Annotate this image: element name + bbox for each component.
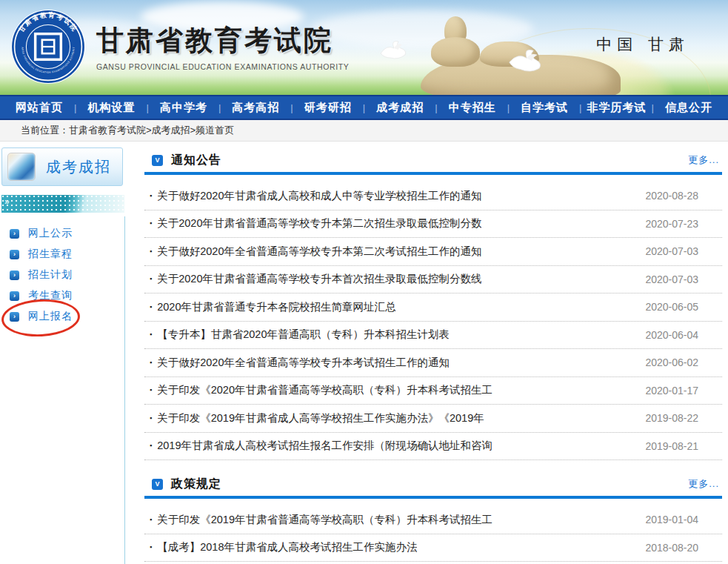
sidebar: 成考成招 » › 网上公示 › 招生章程 › 招生计划 › 考生查询 › 网上报… bbox=[0, 142, 136, 327]
bullet-icon: ▪ bbox=[150, 220, 152, 227]
nav-item[interactable]: 成考成招 bbox=[365, 101, 435, 115]
site-banner: 甘肃省教育考试院 GANSU PROVINCIAL EDUCATION EXAM… bbox=[0, 0, 728, 95]
news-date: 2018-08-20 bbox=[645, 542, 722, 554]
bullet-icon: ▪ bbox=[150, 276, 152, 282]
nav-item[interactable]: 信息公开 bbox=[654, 101, 724, 115]
sidebar-item-label[interactable]: 招生章程 bbox=[28, 248, 73, 261]
page: 甘肃省教育考试院 GANSU PROVINCIAL EDUCATION EXAM… bbox=[0, 0, 728, 564]
nav-item[interactable]: 高中学考 bbox=[149, 101, 218, 115]
sidebar-item[interactable]: › 网上公示 bbox=[1, 223, 136, 244]
news-row: ▪ 2019年甘肃省成人高校考试招生报名工作安排（附现场确认地址和咨询 2019… bbox=[144, 433, 722, 461]
news-row: ▪ 关于做好2020年甘肃省成人高校和成人中等专业学校招生工作的通知 2020-… bbox=[144, 182, 722, 210]
site-title: 甘肃省教育考试院 bbox=[96, 22, 349, 59]
news-link[interactable]: 2020年甘肃省普通专升本各院校招生简章网址汇总 bbox=[157, 300, 395, 314]
site-subtitle: GANSU PROVINCIAL EDUCATION EXAMINATIONS … bbox=[96, 62, 349, 71]
sidebar-header: 成考成招 bbox=[1, 147, 123, 186]
section-policies: V 政策规定 更多... ▪ 关于印发《2019年甘肃省普通高等学校高职（专科）… bbox=[144, 472, 722, 562]
news-date: 2020-06-02 bbox=[645, 356, 722, 368]
news-date: 2020-06-05 bbox=[645, 301, 722, 313]
news-link[interactable]: 关于做好2020年甘肃省成人高校和成人中等专业学校招生工作的通知 bbox=[157, 189, 481, 203]
news-row: ▪ 关于印发《2019年甘肃省成人高等学校招生工作实施办法》《2019年 201… bbox=[144, 405, 722, 433]
news-link[interactable]: 关于做好2020年全省普通高等学校专升本考试招生工作的通知 bbox=[157, 356, 450, 370]
arrow-icon: › bbox=[10, 250, 19, 259]
news-link[interactable]: 2019年甘肃省成人高校考试招生报名工作安排（附现场确认地址和咨询 bbox=[157, 439, 492, 453]
sidebar-title: 成考成招 bbox=[46, 157, 111, 177]
news-row: ▪ 关于做好2020年全省普通高等学校专升本考试招生工作的通知 2020-06-… bbox=[144, 349, 722, 377]
nav-item[interactable]: 网站首页 bbox=[4, 101, 74, 115]
nav-item[interactable]: 机构设置 bbox=[76, 101, 146, 115]
news-row: ▪ 关于2020年甘肃省普通高等学校专升本首次招生录取最低控制分数线 2020-… bbox=[144, 266, 722, 294]
section-marker-icon: V bbox=[152, 155, 163, 166]
nav-item[interactable]: 非学历考试 bbox=[582, 101, 652, 115]
news-date: 2020-01-17 bbox=[645, 385, 722, 397]
news-link[interactable]: 关于2020年甘肃省普通高等学校专升本首次招生录取最低控制分数线 bbox=[157, 272, 481, 286]
nav-item[interactable]: 自学考试 bbox=[510, 101, 579, 115]
sidebar-item[interactable]: › 考生查询 bbox=[1, 285, 136, 306]
dove-icon bbox=[376, 39, 409, 64]
news-link[interactable]: 关于2020年甘肃省普通高等学校专升本第二次招生录取最低控制分数 bbox=[157, 216, 481, 230]
bullet-icon: ▪ bbox=[150, 387, 152, 394]
sidebar-item[interactable]: › 网上报名 bbox=[1, 306, 136, 327]
section-header: V 政策规定 更多... bbox=[144, 472, 722, 496]
news-row: ▪ 关于印发《2019年甘肃省普通高等学校高职（专科）升本科考试招生工 2019… bbox=[144, 506, 722, 534]
news-row: ▪ 关于做好2020年全省普通高等学校专升本第二次考试招生工作的通知 2020-… bbox=[144, 238, 722, 266]
sidebar-item[interactable]: › 招生计划 bbox=[1, 265, 136, 285]
breadcrumb-path[interactable]: 甘肃省教育考试院>成考成招>频道首页 bbox=[69, 125, 234, 136]
sidebar-decoration-bar: » bbox=[1, 195, 124, 213]
sidebar-item-label[interactable]: 网上报名 bbox=[28, 310, 73, 323]
sidebar-item[interactable]: › 招生章程 bbox=[1, 244, 136, 265]
news-link[interactable]: 关于印发《2020年甘肃省普通高等学校高职（专科）升本科考试招生工 bbox=[157, 383, 492, 397]
nav-item[interactable]: 高考高招 bbox=[221, 101, 290, 115]
bullet-icon: ▪ bbox=[150, 331, 152, 338]
main-content: V 通知公告 更多... ▪ 关于做好2020年甘肃省成人高校和成人中等专业学校… bbox=[136, 142, 728, 562]
sidebar-item-label[interactable]: 考生查询 bbox=[28, 289, 73, 302]
bullet-icon: ▪ bbox=[150, 517, 152, 523]
chevrons-icon: » bbox=[4, 196, 10, 207]
sidebar-menu: › 网上公示 › 招生章程 › 招生计划 › 考生查询 › 网上报名 bbox=[1, 223, 136, 327]
region-label: 中国 甘肃 bbox=[596, 34, 689, 55]
arrow-icon: › bbox=[10, 291, 19, 301]
section-underline bbox=[144, 172, 722, 175]
news-link[interactable]: 【成考】2018年甘肃省成人高校考试招生工作实施办法 bbox=[157, 540, 417, 554]
news-list: ▪ 关于印发《2019年甘肃省普通高等学校高职（专科）升本科考试招生工 2019… bbox=[144, 506, 722, 562]
breadcrumb-label: 当前位置： bbox=[21, 125, 69, 136]
news-date: 2020-06-04 bbox=[645, 329, 722, 341]
arrow-icon: › bbox=[10, 229, 19, 239]
main-nav: 网站首页 | 机构设置 | 高中学考 | 高考高招 | 研考研招 | 成考成招 … bbox=[0, 95, 728, 120]
bullet-icon: ▪ bbox=[150, 248, 152, 255]
bullet-icon: ▪ bbox=[150, 193, 152, 199]
news-date: 2020-08-28 bbox=[645, 190, 722, 202]
section-notices: V 通知公告 更多... ▪ 关于做好2020年甘肃省成人高校和成人中等专业学校… bbox=[144, 148, 722, 460]
bullet-icon: ▪ bbox=[150, 415, 152, 422]
section-header: V 通知公告 更多... bbox=[144, 148, 722, 172]
bullet-icon: ▪ bbox=[150, 359, 152, 366]
news-row: ▪ 关于2020年甘肃省普通高等学校专升本第二次招生录取最低控制分数 2020-… bbox=[144, 210, 722, 239]
nav-item[interactable]: 研考研招 bbox=[293, 101, 363, 115]
arrow-icon: › bbox=[10, 271, 19, 280]
news-date: 2019-08-21 bbox=[645, 440, 722, 452]
news-link[interactable]: 关于做好2020年全省普通高等学校专升本第二次考试招生工作的通知 bbox=[157, 245, 481, 259]
news-link[interactable]: 【专升本】甘肃省2020年普通高职（专科）升本科招生计划表 bbox=[157, 328, 450, 342]
sidebar-item-label[interactable]: 网上公示 bbox=[28, 227, 73, 240]
sidebar-item-label[interactable]: 招生计划 bbox=[28, 268, 73, 282]
site-brand: 甘肃省教育考试院 GANSU PROVINCIAL EDUCATION EXAM… bbox=[96, 22, 349, 71]
bullet-icon: ▪ bbox=[150, 304, 152, 311]
nav-item[interactable]: 中专招生 bbox=[438, 101, 507, 115]
arrow-icon: › bbox=[10, 312, 19, 322]
more-link[interactable]: 更多... bbox=[688, 153, 719, 167]
news-date: 2019-01-04 bbox=[645, 514, 722, 525]
dove-icon bbox=[502, 43, 547, 80]
news-row: ▪ 【成考】2018年甘肃省成人高校考试招生工作实施办法 2018-08-20 bbox=[144, 534, 722, 563]
page-body: 成考成招 » › 网上公示 › 招生章程 › 招生计划 › 考生查询 › 网上报… bbox=[0, 142, 728, 564]
bullet-icon: ▪ bbox=[150, 442, 152, 449]
authority-seal-logo[interactable]: 甘肃省教育考试院 GANSU PROVINCIAL EDUCATION EXAM… bbox=[10, 9, 86, 84]
breadcrumb: 当前位置：甘肃省教育考试院>成考成招>频道首页 bbox=[0, 120, 728, 142]
news-date: 2020-07-03 bbox=[645, 273, 722, 285]
section-title: 通知公告 bbox=[171, 153, 221, 168]
news-link[interactable]: 关于印发《2019年甘肃省普通高等学校高职（专科）升本科考试招生工 bbox=[157, 513, 492, 527]
news-row: ▪ 【专升本】甘肃省2020年普通高职（专科）升本科招生计划表 2020-06-… bbox=[144, 322, 722, 350]
more-link[interactable]: 更多... bbox=[688, 477, 719, 491]
section-title: 政策规定 bbox=[171, 477, 221, 492]
news-link[interactable]: 关于印发《2019年甘肃省成人高等学校招生工作实施办法》《2019年 bbox=[157, 411, 484, 425]
news-row: ▪ 关于印发《2020年甘肃省普通高等学校高职（专科）升本科考试招生工 2020… bbox=[144, 377, 722, 405]
